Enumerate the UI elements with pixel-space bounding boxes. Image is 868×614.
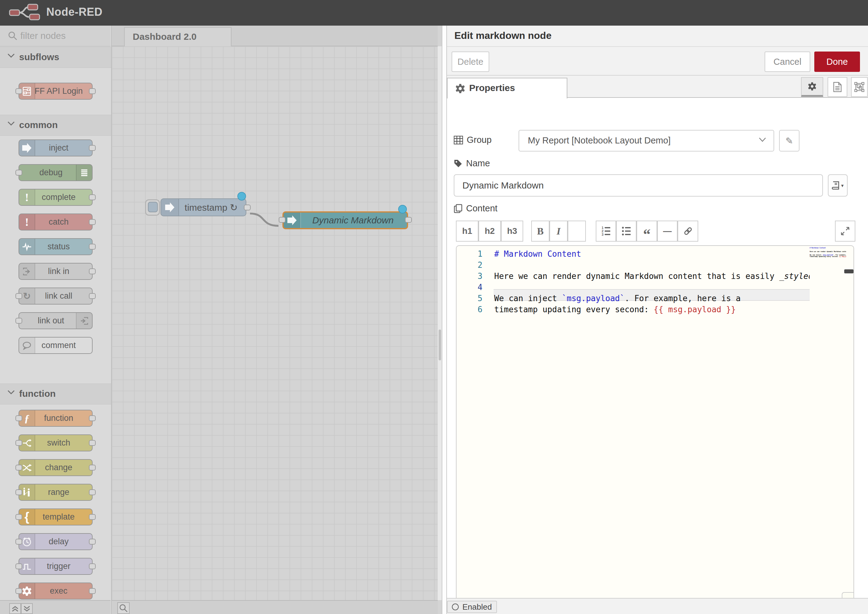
category-label: function xyxy=(19,388,56,399)
md-bold-button[interactable]: B xyxy=(531,220,550,242)
gear-icon xyxy=(455,83,466,94)
name-input[interactable] xyxy=(454,174,823,197)
palette-node-template[interactable]: {template xyxy=(19,509,93,526)
palette-node-catch[interactable]: !catch xyxy=(19,214,93,231)
md-italic-button[interactable]: I xyxy=(550,220,568,242)
tray-header: Edit markdown node xyxy=(447,26,868,47)
palette-node-trigger[interactable]: trigger xyxy=(19,558,93,575)
table-icon xyxy=(454,136,463,144)
node-port xyxy=(16,318,22,324)
workspace-grid[interactable]: timestamp ↻ Dynamic Markdown xyxy=(112,46,438,600)
palette-node-label: exec xyxy=(25,583,92,599)
palette-node-label: FF API Login xyxy=(25,83,92,99)
palette-node-label: trigger xyxy=(25,558,92,574)
copy-pages-icon xyxy=(454,204,463,213)
editor-scroll-indicator[interactable] xyxy=(844,269,854,273)
palette-node-range[interactable]: range xyxy=(19,484,93,501)
tab-properties[interactable]: Properties xyxy=(447,78,567,98)
palette-node-label: inject xyxy=(25,140,92,156)
node-red-logo-icon xyxy=(9,4,42,22)
md-h1-button[interactable]: h1 xyxy=(456,220,478,242)
palette-node-ff-api-login[interactable]: FF API Login xyxy=(19,83,93,100)
md-ordered-list-button[interactable]: 123 xyxy=(596,220,616,242)
cancel-button[interactable]: Cancel xyxy=(765,51,810,72)
tab-properties-label: Properties xyxy=(469,83,515,93)
palette-node-label: template xyxy=(25,509,92,525)
palette-node-switch[interactable]: switch xyxy=(19,434,93,451)
filter-nodes-input[interactable] xyxy=(20,28,104,43)
palette-node-delay[interactable]: delay xyxy=(19,533,93,550)
palette-node-function[interactable]: ƒfunction xyxy=(19,410,93,427)
flow-node-dynamic-markdown[interactable]: Dynamic Markdown xyxy=(283,211,408,229)
editor-line[interactable]: 6timestamp updating every second: {{ msg… xyxy=(457,304,854,315)
search-icon xyxy=(8,31,17,40)
palette-node-comment[interactable]: comment xyxy=(19,337,93,354)
book-icon xyxy=(832,181,839,190)
palette-node-complete[interactable]: !complete xyxy=(19,189,93,206)
palette-node-debug[interactable]: debug xyxy=(19,164,93,181)
md-unordered-list-button[interactable] xyxy=(616,220,637,242)
inject-run-button[interactable] xyxy=(145,199,160,216)
app-title: Node-RED xyxy=(46,6,102,19)
tab-appearance-button[interactable] xyxy=(851,77,868,97)
md-quote-button[interactable]: “ xyxy=(637,220,657,242)
md-expand-button[interactable] xyxy=(835,220,856,242)
appearance-icon xyxy=(854,82,864,92)
md-h3-button[interactable]: h3 xyxy=(501,220,523,242)
name-type-button[interactable]: ▾ xyxy=(828,174,848,197)
md-h2-button[interactable]: h2 xyxy=(478,220,501,242)
toggle-circle-icon xyxy=(452,603,459,610)
editor-line[interactable]: 4 xyxy=(457,282,854,293)
md-link-button[interactable] xyxy=(677,220,698,242)
flow-canvas[interactable]: Dashboard 2.0 timestamp ↻ xyxy=(112,26,438,614)
palette-node-label: switch xyxy=(25,435,92,451)
tray-resize-grip[interactable] xyxy=(442,26,447,614)
md-code-button[interactable] xyxy=(568,220,586,242)
enabled-toggle-button[interactable]: Enabled xyxy=(447,601,497,613)
done-button[interactable]: Done xyxy=(814,51,860,72)
palette-category-subflows[interactable]: subflows xyxy=(0,47,111,68)
palette-node-link-out[interactable]: link out xyxy=(19,312,93,329)
node-port xyxy=(89,465,96,471)
flow-node-timestamp[interactable]: timestamp ↻ xyxy=(160,198,246,216)
canvas-search-button[interactable] xyxy=(117,602,130,614)
editor-line[interactable]: 2 xyxy=(457,259,854,271)
palette-search[interactable] xyxy=(0,26,110,47)
palette-category-function[interactable]: function xyxy=(0,383,111,405)
tab-properties-icon-button[interactable] xyxy=(801,77,823,97)
node-port xyxy=(16,514,22,520)
markdown-input-port[interactable] xyxy=(279,217,286,223)
palette-node-exec[interactable]: exec xyxy=(19,583,93,600)
collapse-all-button[interactable] xyxy=(9,603,21,614)
group-edit-button[interactable]: ✎ xyxy=(779,130,800,152)
group-select[interactable]: My Report [Notebook Layout Demo] xyxy=(519,130,774,152)
inject-run-button-inner xyxy=(148,202,158,212)
node-port xyxy=(89,268,96,274)
palette-category-common[interactable]: common xyxy=(0,115,111,136)
line-text: Here we can render dynamic Markdown cont… xyxy=(494,271,823,282)
delete-button[interactable]: Delete xyxy=(452,51,489,72)
flow-tab-dashboard[interactable]: Dashboard 2.0 xyxy=(124,27,231,46)
canvas-scrollbar[interactable] xyxy=(438,46,442,600)
palette-node-link-in[interactable]: link in xyxy=(19,263,93,280)
palette-node-status[interactable]: status xyxy=(19,238,93,255)
chevron-down-icon xyxy=(8,121,15,126)
palette-node-inject[interactable]: inject xyxy=(19,140,93,157)
editor-line[interactable]: 3Here we can render dynamic Markdown con… xyxy=(457,271,854,282)
line-number: 4 xyxy=(457,282,483,293)
editor-line[interactable]: 5We can inject `msg.payload`. For exampl… xyxy=(457,293,854,304)
palette-node-link-call[interactable]: ↻link call xyxy=(19,288,93,304)
tab-description-button[interactable] xyxy=(828,77,847,97)
timestamp-output-port[interactable] xyxy=(244,205,251,211)
line-number: 1 xyxy=(457,248,483,259)
palette-node-change[interactable]: change xyxy=(19,459,93,476)
markdown-code-editor[interactable]: 1# Markdown Content23Here we can render … xyxy=(456,245,854,612)
md-horizontal-rule-button[interactable]: — xyxy=(657,220,677,242)
editor-line[interactable]: 1# Markdown Content xyxy=(457,248,854,259)
node-port xyxy=(16,539,22,544)
node-port xyxy=(16,489,22,495)
markdown-output-port[interactable] xyxy=(405,217,412,223)
expand-all-button[interactable] xyxy=(21,603,33,614)
node-port xyxy=(16,293,22,299)
palette-node-label: range xyxy=(25,484,92,500)
